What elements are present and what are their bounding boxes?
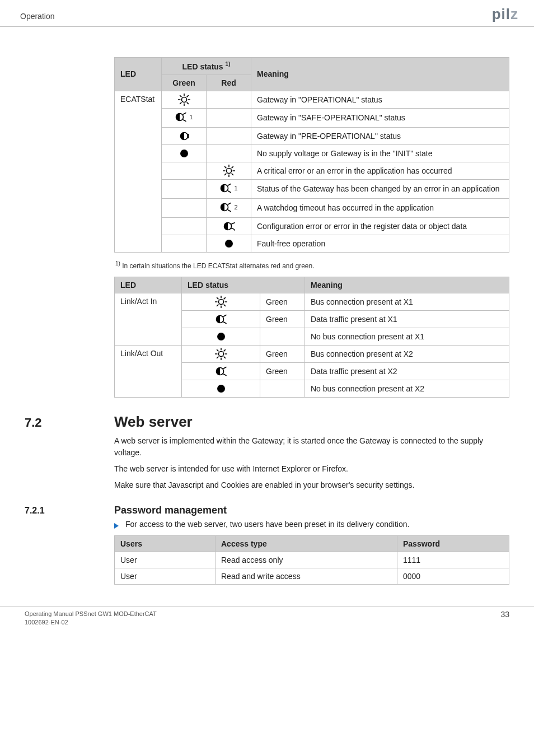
user-cell: User bbox=[115, 552, 216, 568]
user-cell: User bbox=[115, 568, 216, 584]
halfblink-icon bbox=[219, 201, 232, 213]
meaning-cell: Fault-free operation bbox=[251, 235, 509, 252]
sec-7-2-heading: 7.2 Web server bbox=[25, 413, 509, 431]
color-cell: Green bbox=[260, 362, 305, 380]
table-row: Link/Act OutGreenBus connection present … bbox=[115, 345, 509, 362]
icon-cell bbox=[182, 380, 260, 397]
sec-7-2-num: 7.2 bbox=[25, 416, 92, 430]
halfarrow-icon bbox=[223, 220, 235, 232]
section-label: Operation bbox=[20, 12, 54, 21]
table2-wrap: LED LED status Meaning Link/Act InGreenB… bbox=[114, 277, 509, 398]
green-cell bbox=[162, 144, 207, 162]
sun-icon bbox=[215, 348, 227, 360]
t1-h-red: Red bbox=[207, 74, 251, 91]
filled-icon bbox=[178, 147, 190, 160]
table-row: 1Status of the Gateway has been changed … bbox=[115, 179, 509, 198]
access-cell: Read access only bbox=[216, 552, 397, 568]
table-row: ECATStatGateway in "OPERATIONAL" status bbox=[115, 91, 509, 108]
table1-wrap: LED LED status 1) Meaning Green Red ECAT… bbox=[114, 57, 509, 270]
t1-footnote: 1) In certain situations the LED ECATSta… bbox=[115, 260, 508, 270]
sec-7-2-1-bullet: For access to the web server, two users … bbox=[114, 520, 509, 529]
password-cell: 1111 bbox=[397, 552, 509, 568]
icon-cell bbox=[182, 293, 260, 310]
green-cell bbox=[162, 198, 207, 217]
icon-cell bbox=[182, 328, 260, 345]
meaning-cell: No bus connection present at X1 bbox=[305, 328, 509, 345]
meaning-cell: Status of the Gateway has been changed b… bbox=[251, 179, 509, 198]
green-cell: 1 bbox=[162, 108, 207, 127]
password-cell: 0000 bbox=[397, 568, 509, 584]
halfblink-icon bbox=[215, 365, 227, 377]
red-cell bbox=[207, 162, 251, 179]
meaning-cell: Bus connection present at X1 bbox=[305, 293, 509, 310]
meaning-cell: Gateway in "OPERATIONAL" status bbox=[251, 91, 509, 108]
color-cell: Green bbox=[260, 293, 305, 310]
meaning-cell: A critical error or an error in the appl… bbox=[251, 162, 509, 179]
sec-7-2-1-title: Password management bbox=[114, 505, 227, 516]
meaning-cell: Bus connection present at X2 bbox=[305, 345, 509, 362]
topbar: Operation pilz bbox=[0, 0, 534, 27]
sec-7-2-title: Web server bbox=[114, 413, 193, 431]
access-cell: Read and write access bbox=[216, 568, 397, 584]
led-status-table: LED LED status 1) Meaning Green Red ECAT… bbox=[114, 57, 509, 253]
table3-wrap: Users Access type Password UserRead acce… bbox=[114, 535, 509, 585]
red-cell bbox=[207, 91, 251, 108]
t2-h-meaning: Meaning bbox=[305, 277, 509, 293]
meaning-cell: Data traffic present at X1 bbox=[305, 310, 509, 328]
t3-h-access: Access type bbox=[216, 535, 397, 552]
green-cell bbox=[162, 91, 207, 108]
table-row: 1Gateway in "SAFE-OPERATIONAL" status bbox=[115, 108, 509, 127]
meaning-cell: Configuration error or error in the regi… bbox=[251, 217, 509, 235]
bullet-text: For access to the web server, two users … bbox=[125, 520, 409, 529]
icon-with-num: 1 bbox=[219, 182, 237, 194]
t1-h-group: LED status 1) bbox=[162, 58, 251, 75]
users-table: Users Access type Password UserRead acce… bbox=[114, 535, 509, 585]
icon-num: 1 bbox=[234, 185, 237, 192]
sec-7-2-p1: A web server is implemented within the G… bbox=[114, 435, 484, 459]
t3-h-users: Users bbox=[115, 535, 216, 552]
table-row: UserRead and write access0000 bbox=[115, 568, 509, 584]
red-cell: 2 bbox=[207, 198, 251, 217]
t3-h-password: Password bbox=[397, 535, 509, 552]
filled-icon bbox=[215, 330, 227, 343]
brand-logo: pilz bbox=[492, 6, 518, 23]
icon-num: 2 bbox=[234, 204, 237, 211]
footer-line1: Operating Manual PSSnet GW1 MOD-EtherCAT bbox=[25, 610, 157, 618]
linkact-table: LED LED status Meaning Link/Act InGreenB… bbox=[114, 277, 509, 398]
filled-icon bbox=[215, 382, 227, 395]
meaning-cell: Gateway in "SAFE-OPERATIONAL" status bbox=[251, 108, 509, 127]
red-cell: 1 bbox=[207, 179, 251, 198]
t1-h-meaning: Meaning bbox=[251, 58, 509, 91]
icon-with-num: 1 bbox=[175, 111, 193, 123]
color-cell bbox=[260, 328, 305, 345]
green-cell bbox=[162, 162, 207, 179]
green-cell bbox=[162, 127, 207, 144]
meaning-cell: No supply voltage or Gateway is in the "… bbox=[251, 144, 509, 162]
meaning-cell: No bus connection present at X2 bbox=[305, 380, 509, 397]
content: LED LED status 1) Meaning Green Red ECAT… bbox=[0, 27, 534, 591]
footer-left: Operating Manual PSSnet GW1 MOD-EtherCAT… bbox=[25, 610, 157, 627]
t2-h-led: LED bbox=[115, 277, 182, 293]
table-row: Link/Act InGreenBus connection present a… bbox=[115, 293, 509, 310]
green-cell bbox=[162, 217, 207, 235]
halfblink-icon bbox=[215, 313, 227, 325]
halfblink-icon bbox=[219, 182, 232, 194]
red-cell bbox=[207, 235, 251, 252]
table-row: Gateway in "PRE-OPERATIONAL" status bbox=[115, 127, 509, 144]
color-cell: Green bbox=[260, 345, 305, 362]
footer-page: 33 bbox=[500, 610, 509, 627]
green-cell bbox=[162, 235, 207, 252]
filled-icon bbox=[223, 237, 235, 250]
table-row: Configuration error or error in the regi… bbox=[115, 217, 509, 235]
halfsteady-icon bbox=[178, 130, 190, 142]
triangle-bullet-icon bbox=[114, 523, 119, 529]
red-cell bbox=[207, 217, 251, 235]
green-cell bbox=[162, 179, 207, 198]
red-cell bbox=[207, 144, 251, 162]
sun-icon bbox=[215, 296, 227, 308]
page: Operation pilz LED LED status 1) Meaning bbox=[0, 0, 534, 643]
icon-cell bbox=[182, 362, 260, 380]
sun-icon bbox=[223, 165, 235, 177]
halfblink-icon bbox=[175, 111, 187, 123]
sec-7-2-p3: Make sure that Javascript and Cookies ar… bbox=[114, 479, 484, 491]
